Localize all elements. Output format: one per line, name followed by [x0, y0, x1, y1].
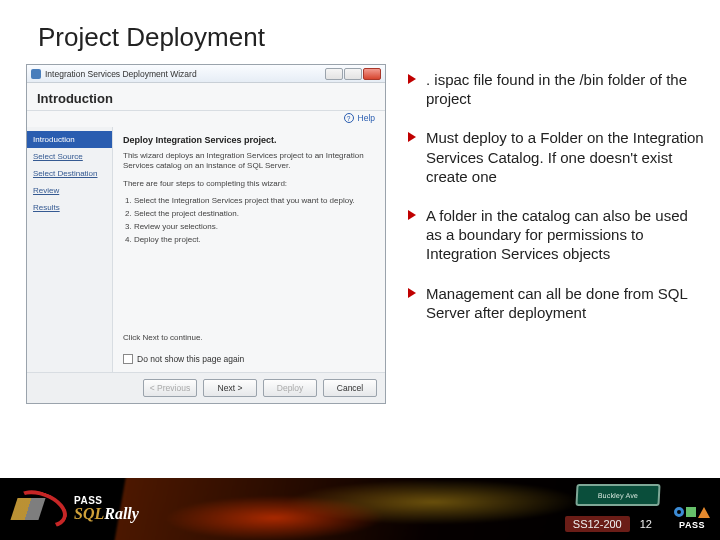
- list-item: . ispac file found in the /bin folder of…: [408, 70, 704, 108]
- wizard-step: 3. Review your selections.: [125, 222, 375, 231]
- square-icon: [686, 507, 696, 517]
- wizard-main-heading: Deploy Integration Services project.: [123, 135, 375, 145]
- brand-sql: SQL: [74, 505, 104, 522]
- wizard-page-title: Introduction: [37, 91, 375, 106]
- content-row: Integration Services Deployment Wizard I…: [26, 64, 704, 404]
- wizard-titlebar: Integration Services Deployment Wizard: [27, 65, 385, 83]
- close-button[interactable]: [363, 68, 381, 80]
- slide-footer: Buckley Ave PASS SQLRally SS12-200 12 PA…: [0, 478, 720, 540]
- bullet-text: Management can all be done from SQL Serv…: [426, 284, 704, 322]
- slide-number: 12: [640, 518, 652, 530]
- dont-show-label: Do not show this page again: [137, 354, 244, 364]
- cancel-button[interactable]: Cancel: [323, 379, 377, 397]
- bullet-text: A folder in the catalog can also be used…: [426, 206, 704, 264]
- brand-rally: Rally: [104, 505, 139, 522]
- brand-text: PASS SQLRally: [74, 496, 139, 522]
- bullet-icon: [408, 74, 416, 84]
- triangle-icon: [698, 507, 710, 518]
- bullet-text: Must deploy to a Folder on the Integrati…: [426, 128, 704, 186]
- wizard-help-row: ? Help: [27, 111, 385, 127]
- wizard-dont-show-row: Do not show this page again: [123, 354, 375, 364]
- pass-mark-icon: [674, 507, 710, 518]
- list-item: Management can all be done from SQL Serv…: [408, 284, 704, 322]
- window-title: Integration Services Deployment Wizard: [45, 69, 197, 79]
- swoosh-icon: [12, 492, 68, 526]
- window-controls: [325, 68, 381, 80]
- wizard-step: 2. Select the project destination.: [125, 209, 375, 218]
- stripe-icon: [10, 498, 45, 520]
- wizard-steps-intro: There are four steps to completing this …: [123, 179, 375, 188]
- session-code: SS12-200: [565, 516, 630, 532]
- nav-review[interactable]: Review: [27, 182, 112, 199]
- circle-icon: [674, 507, 684, 517]
- dont-show-checkbox[interactable]: [123, 354, 133, 364]
- wizard-body: Introduction Select Source Select Destin…: [27, 127, 385, 372]
- nav-select-source[interactable]: Select Source: [27, 148, 112, 165]
- deployment-wizard-window: Integration Services Deployment Wizard I…: [26, 64, 386, 404]
- maximize-button[interactable]: [344, 68, 362, 80]
- street-sign-graphic: Buckley Ave: [575, 484, 660, 506]
- app-icon: [31, 69, 41, 79]
- bullet-text: . ispac file found in the /bin folder of…: [426, 70, 704, 108]
- list-item: A folder in the catalog can also be used…: [408, 206, 704, 264]
- brand-rally-word: SQLRally: [74, 506, 139, 522]
- wizard-nav: Introduction Select Source Select Destin…: [27, 127, 113, 372]
- list-item: Must deploy to a Folder on the Integrati…: [408, 128, 704, 186]
- wizard-step: 4. Deploy the project.: [125, 235, 375, 244]
- wizard-main-desc: This wizard deploys an Integration Servi…: [123, 151, 375, 171]
- bullet-icon: [408, 132, 416, 142]
- slide-title: Project Deployment: [38, 22, 265, 53]
- minimize-button[interactable]: [325, 68, 343, 80]
- bullet-icon: [408, 210, 416, 220]
- wizard-steps: 1. Select the Integration Services proje…: [125, 196, 375, 248]
- pass-word: PASS: [679, 520, 705, 530]
- brand-logo: PASS SQLRally: [12, 492, 139, 526]
- previous-button[interactable]: < Previous: [143, 379, 197, 397]
- nav-introduction[interactable]: Introduction: [27, 131, 112, 148]
- footer-meta: SS12-200 12: [565, 516, 652, 532]
- pass-logo: PASS: [674, 507, 710, 530]
- wizard-header: Introduction: [27, 83, 385, 111]
- help-icon[interactable]: ?: [344, 113, 354, 123]
- help-link[interactable]: Help: [358, 113, 375, 123]
- wizard-footer: < Previous Next > Deploy Cancel: [27, 372, 385, 403]
- nav-select-destination[interactable]: Select Destination: [27, 165, 112, 182]
- wizard-click-next: Click Next to continue.: [123, 333, 375, 342]
- next-button[interactable]: Next >: [203, 379, 257, 397]
- bullet-icon: [408, 288, 416, 298]
- wizard-step: 1. Select the Integration Services proje…: [125, 196, 375, 205]
- wizard-main: Deploy Integration Services project. Thi…: [113, 127, 385, 372]
- deploy-button[interactable]: Deploy: [263, 379, 317, 397]
- bullet-list: . ispac file found in the /bin folder of…: [408, 64, 704, 404]
- nav-results[interactable]: Results: [27, 199, 112, 216]
